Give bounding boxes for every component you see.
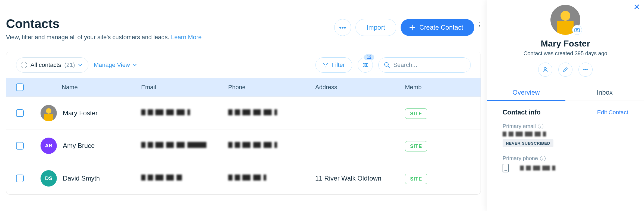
page-title: Contacts (6, 16, 202, 31)
panel-edit-button[interactable] (558, 63, 572, 77)
tab-inbox[interactable]: Inbox (565, 85, 644, 101)
info-icon[interactable]: i (540, 156, 546, 161)
svg-point-5 (576, 29, 578, 31)
member-badge: SITE (405, 174, 427, 184)
ellipsis-icon: ••• (339, 24, 346, 31)
learn-more-link[interactable]: Learn More (171, 34, 202, 41)
phone-value (228, 142, 277, 148)
col-header-address[interactable]: Address (315, 84, 405, 91)
col-header-email[interactable]: Email (141, 84, 228, 91)
primary-phone-label-text: Primary phone (503, 155, 538, 162)
contact-name: David Smyth (63, 175, 100, 182)
close-panel-button[interactable]: ✕ (633, 2, 640, 12)
info-icon[interactable]: i (538, 124, 543, 129)
funnel-icon (323, 62, 328, 68)
avatar: DS (41, 170, 57, 187)
primary-email-label: Primary email i (503, 123, 628, 129)
search-icon (384, 62, 390, 68)
svg-point-1 (366, 64, 367, 66)
columns-badge: 12 (364, 54, 374, 60)
panel-more-button[interactable]: ••• (578, 63, 593, 77)
svg-point-0 (364, 63, 365, 64)
person-icon (542, 67, 548, 73)
table-header: Name Email Phone Address Memb (6, 78, 481, 97)
create-contact-button[interactable]: Create Contact (401, 19, 474, 36)
phone-value (228, 175, 266, 181)
search-field[interactable] (378, 57, 471, 73)
create-contact-label: Create Contact (419, 24, 463, 31)
col-header-name[interactable]: Name (41, 84, 141, 91)
tab-overview[interactable]: Overview (487, 85, 565, 101)
panel-created-text: Contact was created 395 days ago (487, 50, 644, 57)
primary-email-value (503, 132, 546, 136)
svg-point-6 (544, 67, 546, 70)
search-input[interactable] (393, 61, 465, 69)
email-value (141, 142, 206, 148)
mobile-icon (503, 164, 509, 172)
pencil-icon (563, 67, 568, 72)
primary-phone-label: Primary phone i (503, 155, 628, 162)
subscription-tag: NEVER SUBSCRIBED (503, 139, 553, 147)
import-button[interactable]: Import (355, 19, 396, 36)
contact-detail-panel: ✕ Mary Foster Contact was created 395 da… (487, 0, 644, 211)
phone-value (228, 109, 277, 115)
row-checkbox[interactable] (16, 175, 24, 182)
view-count: (21) (64, 61, 75, 69)
table-row[interactable]: Mary Foster SITE (6, 97, 481, 129)
contacts-table-card: ! All contacts (21) Manage View Filter (6, 52, 481, 195)
close-icon: ✕ (633, 2, 640, 11)
manage-view-link[interactable]: Manage View (94, 61, 137, 69)
member-badge: SITE (405, 141, 427, 151)
sliders-icon (362, 62, 368, 68)
stray-punct: ; (479, 19, 481, 28)
primary-email-label-text: Primary email (503, 123, 536, 129)
email-value (141, 109, 190, 115)
plus-icon (409, 24, 416, 31)
row-checkbox[interactable] (16, 142, 24, 150)
more-actions-button[interactable]: ••• (334, 19, 351, 36)
alert-icon: ! (21, 62, 27, 68)
contact-name: Amy Bruce (63, 142, 95, 150)
filter-label: Filter (332, 61, 345, 69)
svg-rect-4 (575, 29, 580, 32)
address-value: 11 River Walk Oldtown (315, 175, 381, 182)
table-row[interactable]: DS David Smyth 11 River Walk Oldtown SIT… (6, 162, 481, 194)
contact-info-title: Contact info (503, 108, 541, 116)
avatar (41, 105, 57, 121)
col-header-phone[interactable]: Phone (228, 84, 315, 91)
view-selector[interactable]: ! All contacts (21) (16, 57, 88, 73)
edit-contact-link[interactable]: Edit Contact (597, 109, 628, 116)
select-all-checkbox[interactable] (16, 83, 24, 91)
columns-settings-button[interactable]: 12 (358, 57, 373, 73)
panel-profile-button[interactable] (538, 63, 552, 77)
primary-phone-value (520, 166, 555, 170)
camera-icon (574, 28, 580, 32)
filter-button[interactable]: Filter (315, 57, 352, 73)
table-row[interactable]: AB Amy Bruce SITE (6, 129, 481, 162)
contact-name: Mary Foster (63, 109, 98, 117)
chevron-down-icon (78, 64, 82, 66)
panel-contact-name: Mary Foster (487, 39, 644, 49)
member-badge: SITE (405, 108, 427, 119)
change-photo-button[interactable] (572, 25, 582, 35)
avatar: AB (41, 138, 57, 154)
page-subtitle-text: View, filter and manage all of your site… (6, 34, 171, 41)
page-subtitle: View, filter and manage all of your site… (6, 34, 202, 41)
view-label: All contacts (30, 61, 61, 69)
svg-point-2 (364, 66, 365, 67)
email-value (141, 175, 182, 181)
col-header-member[interactable]: Memb (405, 84, 471, 91)
ellipsis-icon: ••• (583, 67, 588, 72)
chevron-down-icon (133, 64, 137, 66)
manage-view-label: Manage View (94, 61, 130, 69)
row-checkbox[interactable] (16, 109, 24, 117)
